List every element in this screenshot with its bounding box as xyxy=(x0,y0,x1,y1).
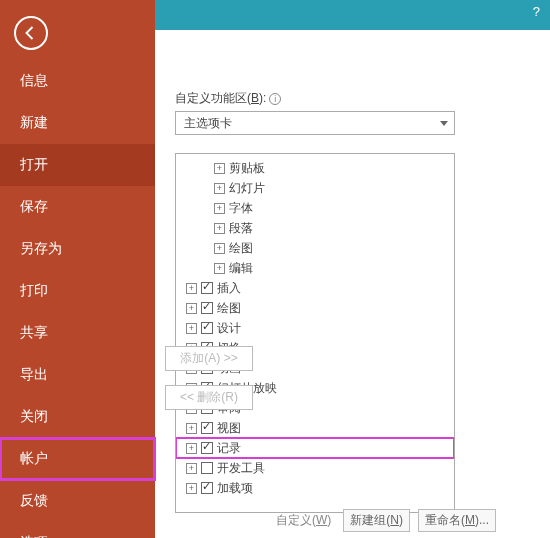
info-icon[interactable]: i xyxy=(269,93,281,105)
tree-checkbox[interactable] xyxy=(201,282,213,294)
expand-icon[interactable]: + xyxy=(214,203,225,214)
tree-checkbox[interactable] xyxy=(201,422,213,434)
tree-checkbox[interactable] xyxy=(201,442,213,454)
expand-icon[interactable]: + xyxy=(214,163,225,174)
tree-checkbox[interactable] xyxy=(201,462,213,474)
tree-label: 绘图 xyxy=(229,240,253,257)
tree-row[interactable]: +插入 xyxy=(176,278,454,298)
expand-icon[interactable]: + xyxy=(186,463,197,474)
tree-row[interactable]: +字体 xyxy=(176,198,454,218)
add-button[interactable]: 添加(A) >> xyxy=(165,346,253,371)
nav-item-0[interactable]: 信息 xyxy=(0,60,155,102)
nav-item-3[interactable]: 保存 xyxy=(0,186,155,228)
remove-button[interactable]: << 删除(R) xyxy=(165,385,253,410)
tree-row[interactable]: +视图 xyxy=(176,418,454,438)
rename-button[interactable]: 重命名(M)... xyxy=(418,509,496,532)
back-arrow-icon xyxy=(22,24,40,42)
expand-icon[interactable]: + xyxy=(214,223,225,234)
expand-icon[interactable]: + xyxy=(186,443,197,454)
expand-icon[interactable]: + xyxy=(186,283,197,294)
customize-ribbon-label: 自定义功能区(B):i xyxy=(175,90,530,107)
tree-label: 开发工具 xyxy=(217,460,265,477)
customize-label: 自定义(W) xyxy=(276,512,331,529)
tree-row[interactable]: +记录 xyxy=(176,438,454,458)
nav-item-2[interactable]: 打开 xyxy=(0,144,155,186)
tree-row[interactable]: +加载项 xyxy=(176,478,454,498)
tree-row[interactable]: +绘图 xyxy=(176,238,454,258)
nav-item-9[interactable]: 帐户 xyxy=(0,438,155,480)
tree-label: 设计 xyxy=(217,320,241,337)
nav-item-8[interactable]: 关闭 xyxy=(0,396,155,438)
tree-label: 记录 xyxy=(217,440,241,457)
tree-label: 编辑 xyxy=(229,260,253,277)
customize-ribbon-panel: 自定义功能区(B):i 主选项卡 +剪贴板+幻灯片+字体+段落+绘图+编辑+插入… xyxy=(155,30,550,538)
nav-item-4[interactable]: 另存为 xyxy=(0,228,155,270)
expand-icon[interactable]: + xyxy=(186,323,197,334)
help-button[interactable]: ? xyxy=(533,4,540,19)
nav-item-1[interactable]: 新建 xyxy=(0,102,155,144)
expand-icon[interactable]: + xyxy=(214,183,225,194)
tree-checkbox[interactable] xyxy=(201,302,213,314)
nav-item-7[interactable]: 导出 xyxy=(0,354,155,396)
expand-icon[interactable]: + xyxy=(186,423,197,434)
tree-row[interactable]: +开发工具 xyxy=(176,458,454,478)
tree-row[interactable]: +编辑 xyxy=(176,258,454,278)
tree-row[interactable]: +剪贴板 xyxy=(176,158,454,178)
tree-label: 字体 xyxy=(229,200,253,217)
tree-row[interactable]: +绘图 xyxy=(176,298,454,318)
tree-label: 剪贴板 xyxy=(229,160,265,177)
tree-checkbox[interactable] xyxy=(201,322,213,334)
tree-checkbox[interactable] xyxy=(201,482,213,494)
tree-label: 加载项 xyxy=(217,480,253,497)
backstage-sidebar: 信息新建打开保存另存为打印共享导出关闭帐户反馈选项 xyxy=(0,0,155,538)
tree-label: 段落 xyxy=(229,220,253,237)
nav-item-10[interactable]: 反馈 xyxy=(0,480,155,522)
tree-label: 视图 xyxy=(217,420,241,437)
tree-row[interactable]: +段落 xyxy=(176,218,454,238)
tree-label: 幻灯片 xyxy=(229,180,265,197)
nav-item-11[interactable]: 选项 xyxy=(0,522,155,538)
expand-icon[interactable]: + xyxy=(214,243,225,254)
tree-label: 绘图 xyxy=(217,300,241,317)
expand-icon[interactable]: + xyxy=(214,263,225,274)
new-group-button[interactable]: 新建组(N) xyxy=(343,509,410,532)
tree-label: 插入 xyxy=(217,280,241,297)
back-button[interactable] xyxy=(14,16,48,50)
expand-icon[interactable]: + xyxy=(186,483,197,494)
ribbon-tree[interactable]: +剪贴板+幻灯片+字体+段落+绘图+编辑+插入+绘图+设计+切换+动画+幻灯片放… xyxy=(175,153,455,513)
tree-row[interactable]: +设计 xyxy=(176,318,454,338)
nav-item-5[interactable]: 打印 xyxy=(0,270,155,312)
tree-row[interactable]: +幻灯片 xyxy=(176,178,454,198)
ribbon-tabs-dropdown[interactable]: 主选项卡 xyxy=(175,111,455,135)
expand-icon[interactable]: + xyxy=(186,303,197,314)
dropdown-value: 主选项卡 xyxy=(184,116,232,130)
nav-item-6[interactable]: 共享 xyxy=(0,312,155,354)
